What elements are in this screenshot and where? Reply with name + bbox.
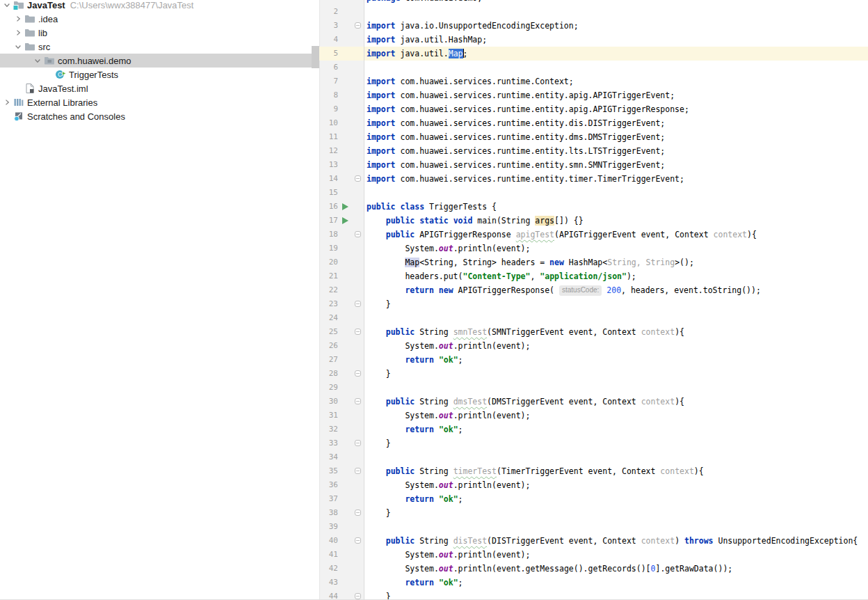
tree-item-external-libraries[interactable]: External Libraries xyxy=(0,95,319,109)
code-line-23[interactable]: 23 } xyxy=(319,297,868,311)
code-token: args xyxy=(535,216,554,226)
code-line-30[interactable]: 30 public String dmsTest(DMSTriggerEvent… xyxy=(319,395,868,409)
code-text: import com.huawei.services.runtime.entit… xyxy=(367,130,665,144)
fold-collapse-icon[interactable] xyxy=(355,537,361,544)
code-token: import xyxy=(367,146,396,156)
code-line-34[interactable]: 34 xyxy=(319,450,868,464)
code-token: java.util.HashMap; xyxy=(396,35,488,45)
code-line-17[interactable]: 17 public static void main(String args[]… xyxy=(319,214,868,228)
fold-collapse-icon[interactable] xyxy=(355,398,361,404)
code-text: } xyxy=(367,590,391,600)
fold-end-icon[interactable] xyxy=(355,301,361,307)
code-line-14[interactable]: 14import com.huawei.services.runtime.ent… xyxy=(319,172,868,186)
code-line-21[interactable]: 21 headers.put("Content-Type", "applicat… xyxy=(319,269,868,283)
fold-collapse-icon[interactable] xyxy=(355,329,361,335)
project-panel-scrollbar-thumb[interactable] xyxy=(312,46,319,68)
code-line-40[interactable]: 40 public String disTest(DISTriggerEvent… xyxy=(319,534,868,548)
code-line-3[interactable]: 3import java.io.UnsupportedEncodingExcep… xyxy=(319,19,868,33)
code-line-13[interactable]: 13import com.huawei.services.runtime.ent… xyxy=(319,158,868,172)
code-line-42[interactable]: 42 System.out.println(event.getMessage()… xyxy=(319,562,868,576)
code-line-29[interactable]: 29 xyxy=(319,381,868,395)
code-line-10[interactable]: 10import com.huawei.services.runtime.ent… xyxy=(319,116,868,130)
code-line-25[interactable]: 25 public String smnTest(SMNTriggerEvent… xyxy=(319,325,868,339)
code-line-27[interactable]: 27 return "ok"; xyxy=(319,353,868,367)
code-text: } xyxy=(367,436,391,450)
code-line-7[interactable]: 7import com.huawei.services.runtime.Cont… xyxy=(319,74,868,88)
tree-item-lib[interactable]: lib xyxy=(0,26,319,40)
run-icon[interactable] xyxy=(342,217,348,224)
chevron-expanded-icon[interactable] xyxy=(32,54,43,68)
code-line-20[interactable]: 20 Map<String, String> headers = new Has… xyxy=(319,255,868,269)
code-token: String xyxy=(415,466,453,476)
line-number: 34 xyxy=(319,450,338,464)
code-line-6[interactable]: 6 xyxy=(319,61,868,74)
code-text: Map<String, String> headers = new HashMa… xyxy=(367,255,694,269)
tree-item-triggertests[interactable]: CTriggerTests xyxy=(0,68,319,81)
code-line-5[interactable]: 5import java.util.Map; xyxy=(319,47,868,61)
code-text: headers.put("Content-Type", "application… xyxy=(367,269,636,283)
code-line-43[interactable]: 43 return "ok"; xyxy=(319,576,868,590)
code-line-39[interactable]: 39 xyxy=(319,520,868,534)
code-line-2[interactable]: 2 xyxy=(319,5,868,19)
code-line-32[interactable]: 32 return "ok"; xyxy=(319,423,868,436)
chevron-expanded-icon[interactable] xyxy=(1,0,13,12)
code-text: public String timerTest(TimerTriggerEven… xyxy=(367,464,704,478)
code-line-26[interactable]: 26 System.out.println(event); xyxy=(319,339,868,353)
code-line-22[interactable]: 22 return new APIGTriggerResponse( statu… xyxy=(319,283,868,297)
code-token: public xyxy=(386,327,415,337)
code-token xyxy=(367,355,405,365)
line-number: 1 xyxy=(319,0,338,5)
code-line-41[interactable]: 41 System.out.println(event); xyxy=(319,548,868,562)
fold-end-icon[interactable] xyxy=(355,175,361,182)
fold-end-icon[interactable] xyxy=(355,510,361,516)
tree-item-scratches-and-consoles[interactable]: Scratches and Consoles xyxy=(0,109,319,123)
fold-end-icon[interactable] xyxy=(355,440,361,446)
code-line-24[interactable]: 24 xyxy=(319,311,868,325)
code-line-12[interactable]: 12import com.huawei.services.runtime.ent… xyxy=(319,144,868,158)
code-line-19[interactable]: 19 System.out.println(event); xyxy=(319,242,868,255)
code-line-18[interactable]: 18 public APIGTriggerResponse apigTest(A… xyxy=(319,228,868,242)
code-token: import xyxy=(367,90,396,100)
code-line-44[interactable]: 44 } xyxy=(319,590,868,600)
package-icon xyxy=(43,54,56,68)
code-text: public class TriggerTests { xyxy=(367,200,497,214)
code-line-9[interactable]: 9import com.huawei.services.runtime.enti… xyxy=(319,102,868,116)
code-text: public static void main(String args[]) {… xyxy=(367,214,584,228)
code-token: ; xyxy=(458,425,463,434)
code-line-11[interactable]: 11import com.huawei.services.runtime.ent… xyxy=(319,130,868,144)
code-line-36[interactable]: 36 System.out.println(event); xyxy=(319,478,868,492)
code-line-28[interactable]: 28 } xyxy=(319,367,868,381)
code-line-1[interactable]: 1package com.huawei.demo; xyxy=(319,0,868,5)
code-token: "application/json" xyxy=(540,271,627,281)
chevron-collapsed-icon[interactable] xyxy=(1,95,13,109)
fold-collapse-icon[interactable] xyxy=(355,468,361,474)
code-token: public class xyxy=(367,202,424,212)
chevron-expanded-icon[interactable] xyxy=(13,40,24,54)
tree-item-com-huawei-demo[interactable]: com.huawei.demo xyxy=(0,54,319,68)
code-token: ); xyxy=(627,271,636,281)
fold-end-icon[interactable] xyxy=(355,593,361,599)
chevron-collapsed-icon[interactable] xyxy=(13,26,24,40)
code-line-15[interactable]: 15 xyxy=(319,186,868,200)
code-line-38[interactable]: 38 } xyxy=(319,506,868,520)
chevron-collapsed-icon[interactable] xyxy=(13,12,24,26)
code-text: return "ok"; xyxy=(367,423,463,436)
tree-item-idea[interactable]: .idea xyxy=(0,12,319,26)
code-token: com.huawei.services.runtime.entity.timer… xyxy=(396,174,684,184)
code-line-16[interactable]: 16public class TriggerTests { xyxy=(319,200,868,214)
fold-collapse-icon[interactable] xyxy=(355,231,361,237)
code-token xyxy=(367,258,405,267)
tree-item-javatest[interactable]: JavaTestC:\Users\wwx388477\JavaTest xyxy=(0,0,319,12)
line-number: 5 xyxy=(319,47,338,61)
fold-end-icon[interactable] xyxy=(355,370,361,377)
code-line-35[interactable]: 35 public String timerTest(TimerTriggerE… xyxy=(319,464,868,478)
tree-item-src[interactable]: src xyxy=(0,40,319,54)
tree-item-javatest-iml[interactable]: JavaTest.iml xyxy=(0,81,319,95)
code-line-8[interactable]: 8import com.huawei.services.runtime.enti… xyxy=(319,88,868,102)
fold-collapse-icon[interactable] xyxy=(355,22,361,29)
code-line-37[interactable]: 37 return "ok"; xyxy=(319,492,868,506)
code-line-33[interactable]: 33 } xyxy=(319,436,868,450)
run-icon[interactable] xyxy=(342,203,348,210)
code-line-31[interactable]: 31 System.out.println(event); xyxy=(319,409,868,423)
code-line-4[interactable]: 4import java.util.HashMap; xyxy=(319,33,868,47)
